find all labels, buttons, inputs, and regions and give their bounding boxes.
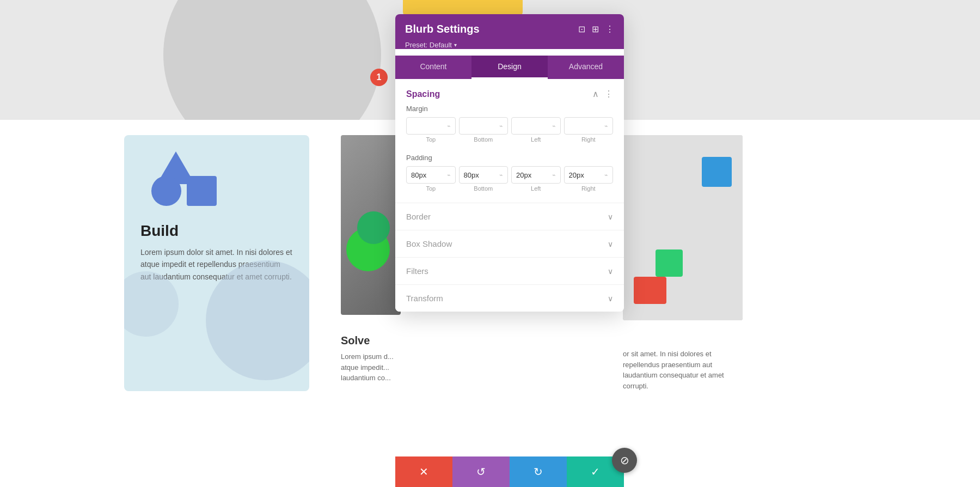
right-text-section: or sit amet. In nisi dolores etrepellend… xyxy=(623,349,743,391)
preset-arrow: ▾ xyxy=(454,42,457,48)
box-shadow-chevron: ∨ xyxy=(608,240,613,248)
border-title: Border xyxy=(406,212,431,221)
more-icon[interactable]: ⋮ xyxy=(605,24,614,34)
padding-bottom-link[interactable]: ⌁ xyxy=(499,172,503,179)
section-more-icon[interactable]: ⋮ xyxy=(604,89,613,99)
transform-chevron: ∨ xyxy=(608,294,613,303)
floating-action-button[interactable]: ⊘ xyxy=(612,448,637,473)
margin-top-link[interactable]: ⌁ xyxy=(447,123,451,130)
save-icon: ✓ xyxy=(591,465,600,478)
margin-left-group: ⌁ Left xyxy=(511,117,561,143)
cancel-icon: ✕ xyxy=(419,465,428,478)
padding-left-label: Left xyxy=(531,185,541,192)
filters-title: Filters xyxy=(406,266,428,276)
panel-title: Blurb Settings xyxy=(405,23,480,35)
block-green xyxy=(656,249,683,277)
panel-preset[interactable]: Preset: Default ▾ xyxy=(405,41,614,49)
margin-left-label: Left xyxy=(531,136,541,143)
redo-icon: ↻ xyxy=(534,465,543,478)
section-header-icons: ∧ ⋮ xyxy=(592,89,613,99)
margin-top-label: Top xyxy=(426,136,436,143)
padding-right-group: 20px ⌁ Right xyxy=(564,166,614,192)
margin-top-group: ⌁ Top xyxy=(406,117,456,143)
padding-group: Padding 80px ⌁ Top 80px ⌁ Bottom xyxy=(395,154,624,203)
padding-label: Padding xyxy=(406,154,613,162)
margin-bottom-group: ⌁ Bottom xyxy=(459,117,509,143)
undo-icon: ↺ xyxy=(476,465,486,478)
border-chevron: ∨ xyxy=(608,212,613,221)
padding-bottom-field[interactable]: 80px ⌁ xyxy=(459,166,509,184)
padding-right-label: Right xyxy=(581,185,596,192)
spacing-section-header: Spacing ∧ ⋮ xyxy=(395,79,624,105)
margin-left-field[interactable]: ⌁ xyxy=(511,117,561,135)
margin-row: ⌁ Top ⌁ Bottom ⌁ Left xyxy=(406,117,613,143)
cancel-button[interactable]: ✕ xyxy=(395,456,452,487)
transform-title: Transform xyxy=(406,294,443,303)
padding-bottom-group: 80px ⌁ Bottom xyxy=(459,166,509,192)
filters-chevron: ∨ xyxy=(608,267,613,276)
padding-top-field[interactable]: 80px ⌁ xyxy=(406,166,456,184)
padding-bottom-label: Bottom xyxy=(474,185,493,192)
padding-bottom-value: 80px xyxy=(464,171,479,179)
card-title: Build xyxy=(140,222,293,240)
focus-icon[interactable]: ⊡ xyxy=(578,24,585,34)
split-icon[interactable]: ⊞ xyxy=(592,24,599,34)
margin-label: Margin xyxy=(406,105,613,113)
spacing-title: Spacing xyxy=(406,89,440,99)
filters-section[interactable]: Filters ∨ xyxy=(395,257,624,284)
tab-design[interactable]: Design xyxy=(471,56,548,79)
margin-right-field[interactable]: ⌁ xyxy=(564,117,614,135)
box-shadow-title: Box Shadow xyxy=(406,239,452,248)
padding-right-link[interactable]: ⌁ xyxy=(604,172,608,179)
solve-title: Solve xyxy=(341,334,401,347)
toy-blocks-bg xyxy=(623,135,743,320)
box-shadow-section[interactable]: Box Shadow ∨ xyxy=(395,230,624,257)
tab-content[interactable]: Content xyxy=(395,56,471,79)
padding-top-group: 80px ⌁ Top xyxy=(406,166,456,192)
padding-row: 80px ⌁ Top 80px ⌁ Bottom 20px ⌁ xyxy=(406,166,613,192)
margin-right-label: Right xyxy=(581,136,596,143)
margin-right-link[interactable]: ⌁ xyxy=(604,123,608,130)
solve-section: Solve Lorem ipsum d... atque impedit... … xyxy=(341,334,401,383)
margin-bottom-label: Bottom xyxy=(474,136,493,143)
block-red xyxy=(634,277,666,304)
panel-header-top: Blurb Settings ⊡ ⊞ ⋮ xyxy=(405,23,614,35)
blurb-settings-panel: Blurb Settings ⊡ ⊞ ⋮ Preset: Default ▾ C… xyxy=(395,14,624,312)
green-circle-2 xyxy=(357,211,390,244)
block-blue xyxy=(702,157,732,187)
solve-text: Lorem ipsum d... atque impedit... laudan… xyxy=(341,351,401,383)
padding-top-link[interactable]: ⌁ xyxy=(447,172,451,179)
margin-right-group: ⌁ Right xyxy=(564,117,614,143)
margin-bottom-field[interactable]: ⌁ xyxy=(459,117,509,135)
padding-top-label: Top xyxy=(426,185,436,192)
transform-section[interactable]: Transform ∨ xyxy=(395,284,624,312)
margin-left-link[interactable]: ⌁ xyxy=(552,123,556,130)
padding-left-field[interactable]: 20px ⌁ xyxy=(511,166,561,184)
padding-left-value: 20px xyxy=(516,171,531,179)
collapse-up-icon[interactable]: ∧ xyxy=(592,89,599,99)
padding-right-field[interactable]: 20px ⌁ xyxy=(564,166,614,184)
right-text-content: or sit amet. In nisi dolores etrepellend… xyxy=(623,349,743,391)
rectangle-shape xyxy=(187,176,217,206)
padding-left-link[interactable]: ⌁ xyxy=(552,172,556,179)
circle-shape xyxy=(151,176,181,206)
panel-header-icons: ⊡ ⊞ ⋮ xyxy=(578,24,614,34)
middle-card-image xyxy=(341,135,401,315)
top-circle-shape xyxy=(163,0,381,120)
panel-header: Blurb Settings ⊡ ⊞ ⋮ Preset: Default ▾ xyxy=(395,14,624,49)
undo-button[interactable]: ↺ xyxy=(452,456,510,487)
margin-group: Margin ⌁ Top ⌁ Bottom xyxy=(395,105,624,154)
left-card: Build Lorem ipsum dolor sit amet. In nis… xyxy=(124,135,309,391)
margin-bottom-link[interactable]: ⌁ xyxy=(499,123,503,130)
action-bar: ✕ ↺ ↻ ✓ xyxy=(395,456,624,487)
margin-top-field[interactable]: ⌁ xyxy=(406,117,456,135)
floating-icon: ⊘ xyxy=(620,454,629,467)
border-section[interactable]: Border ∨ xyxy=(395,203,624,230)
card-shapes xyxy=(140,151,293,206)
tab-advanced[interactable]: Advanced xyxy=(548,56,624,79)
preset-label: Preset: Default xyxy=(405,41,452,49)
padding-left-group: 20px ⌁ Left xyxy=(511,166,561,192)
redo-button[interactable]: ↻ xyxy=(510,456,567,487)
right-image-card xyxy=(623,135,743,320)
notification-badge: 1 xyxy=(370,69,388,86)
